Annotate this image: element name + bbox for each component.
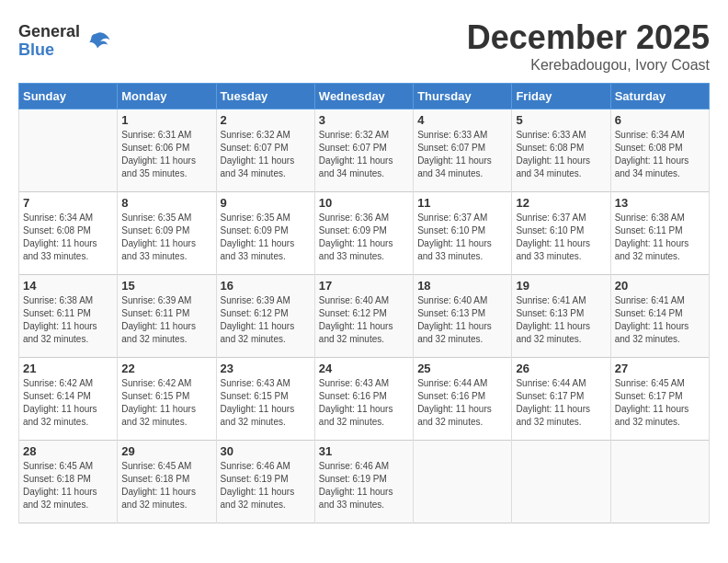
header-saturday: Saturday xyxy=(610,84,709,109)
calendar-week-row: 14Sunrise: 6:38 AM Sunset: 6:11 PM Dayli… xyxy=(19,275,710,358)
table-row xyxy=(512,441,610,523)
table-row xyxy=(414,441,512,523)
day-number: 23 xyxy=(221,362,311,375)
header-tuesday: Tuesday xyxy=(216,84,314,109)
day-number: 9 xyxy=(221,196,311,210)
header-sunday: Sunday xyxy=(19,84,118,109)
day-info: Sunrise: 6:32 AM Sunset: 6:07 PM Dayligh… xyxy=(221,129,311,180)
day-info: Sunrise: 6:45 AM Sunset: 6:17 PM Dayligh… xyxy=(615,377,705,429)
day-number: 25 xyxy=(417,362,507,375)
day-number: 13 xyxy=(615,196,705,210)
calendar-week-row: 28Sunrise: 6:45 AM Sunset: 6:18 PM Dayli… xyxy=(19,441,710,523)
logo: General Blue xyxy=(18,23,111,60)
day-info: Sunrise: 6:39 AM Sunset: 6:12 PM Dayligh… xyxy=(221,294,311,346)
table-row: 20Sunrise: 6:41 AM Sunset: 6:14 PM Dayli… xyxy=(610,275,709,358)
day-info: Sunrise: 6:40 AM Sunset: 6:13 PM Dayligh… xyxy=(417,294,507,346)
title-section: December 2025 Kerebadougou, Ivory Coast xyxy=(467,18,710,74)
header-wednesday: Wednesday xyxy=(314,84,413,109)
month-title: December 2025 xyxy=(467,18,710,57)
table-row: 3Sunrise: 6:32 AM Sunset: 6:07 PM Daylig… xyxy=(314,109,413,192)
location-text: Kerebadougou, Ivory Coast xyxy=(467,57,710,74)
day-info: Sunrise: 6:39 AM Sunset: 6:11 PM Dayligh… xyxy=(121,294,211,346)
table-row: 15Sunrise: 6:39 AM Sunset: 6:11 PM Dayli… xyxy=(118,275,216,358)
day-number: 1 xyxy=(121,113,211,127)
day-number: 4 xyxy=(417,113,507,127)
day-info: Sunrise: 6:44 AM Sunset: 6:16 PM Dayligh… xyxy=(417,377,507,429)
day-info: Sunrise: 6:33 AM Sunset: 6:08 PM Dayligh… xyxy=(516,129,606,180)
calendar-week-row: 21Sunrise: 6:42 AM Sunset: 6:14 PM Dayli… xyxy=(19,358,710,441)
table-row: 6Sunrise: 6:34 AM Sunset: 6:08 PM Daylig… xyxy=(610,109,709,192)
day-info: Sunrise: 6:34 AM Sunset: 6:08 PM Dayligh… xyxy=(23,212,113,263)
day-number: 31 xyxy=(319,444,409,458)
day-number: 28 xyxy=(23,444,113,458)
table-row: 19Sunrise: 6:41 AM Sunset: 6:13 PM Dayli… xyxy=(512,275,610,358)
day-number: 6 xyxy=(615,113,705,127)
table-row: 16Sunrise: 6:39 AM Sunset: 6:12 PM Dayli… xyxy=(216,275,314,358)
day-number: 14 xyxy=(23,279,113,293)
day-number: 8 xyxy=(121,196,211,210)
table-row: 9Sunrise: 6:35 AM Sunset: 6:09 PM Daylig… xyxy=(216,192,314,275)
day-number: 3 xyxy=(319,113,409,127)
day-number: 21 xyxy=(23,362,113,375)
day-info: Sunrise: 6:40 AM Sunset: 6:12 PM Dayligh… xyxy=(319,294,409,346)
day-number: 29 xyxy=(121,444,211,458)
calendar-header-row: Sunday Monday Tuesday Wednesday Thursday… xyxy=(19,84,710,109)
day-number: 19 xyxy=(516,279,606,293)
day-info: Sunrise: 6:35 AM Sunset: 6:09 PM Dayligh… xyxy=(221,212,311,263)
calendar-week-row: 1Sunrise: 6:31 AM Sunset: 6:06 PM Daylig… xyxy=(19,109,710,192)
day-info: Sunrise: 6:31 AM Sunset: 6:06 PM Dayligh… xyxy=(121,129,211,180)
table-row: 11Sunrise: 6:37 AM Sunset: 6:10 PM Dayli… xyxy=(414,192,512,275)
table-row: 30Sunrise: 6:46 AM Sunset: 6:19 PM Dayli… xyxy=(216,441,314,523)
day-info: Sunrise: 6:37 AM Sunset: 6:10 PM Dayligh… xyxy=(516,212,606,263)
day-info: Sunrise: 6:37 AM Sunset: 6:10 PM Dayligh… xyxy=(417,212,507,263)
day-number: 15 xyxy=(121,279,211,293)
day-info: Sunrise: 6:42 AM Sunset: 6:15 PM Dayligh… xyxy=(121,377,211,429)
table-row: 24Sunrise: 6:43 AM Sunset: 6:16 PM Dayli… xyxy=(314,358,413,441)
table-row: 14Sunrise: 6:38 AM Sunset: 6:11 PM Dayli… xyxy=(19,275,118,358)
table-row: 17Sunrise: 6:40 AM Sunset: 6:12 PM Dayli… xyxy=(314,275,413,358)
day-number: 5 xyxy=(516,113,606,127)
day-number: 7 xyxy=(23,196,113,210)
day-info: Sunrise: 6:44 AM Sunset: 6:17 PM Dayligh… xyxy=(516,377,606,429)
header-friday: Friday xyxy=(512,84,610,109)
day-info: Sunrise: 6:38 AM Sunset: 6:11 PM Dayligh… xyxy=(615,212,705,263)
day-info: Sunrise: 6:46 AM Sunset: 6:19 PM Dayligh… xyxy=(319,460,409,511)
day-info: Sunrise: 6:45 AM Sunset: 6:18 PM Dayligh… xyxy=(23,460,113,511)
day-info: Sunrise: 6:32 AM Sunset: 6:07 PM Dayligh… xyxy=(319,129,409,180)
table-row: 13Sunrise: 6:38 AM Sunset: 6:11 PM Dayli… xyxy=(610,192,709,275)
logo-bird-icon xyxy=(84,28,111,55)
table-row: 7Sunrise: 6:34 AM Sunset: 6:08 PM Daylig… xyxy=(19,192,118,275)
day-number: 24 xyxy=(319,362,409,375)
day-number: 17 xyxy=(319,279,409,293)
logo-blue-text: Blue xyxy=(18,41,80,60)
table-row: 4Sunrise: 6:33 AM Sunset: 6:07 PM Daylig… xyxy=(414,109,512,192)
header-monday: Monday xyxy=(118,84,216,109)
day-info: Sunrise: 6:45 AM Sunset: 6:18 PM Dayligh… xyxy=(121,460,211,511)
header-thursday: Thursday xyxy=(414,84,512,109)
table-row: 23Sunrise: 6:43 AM Sunset: 6:15 PM Dayli… xyxy=(216,358,314,441)
table-row: 28Sunrise: 6:45 AM Sunset: 6:18 PM Dayli… xyxy=(19,441,118,523)
table-row: 25Sunrise: 6:44 AM Sunset: 6:16 PM Dayli… xyxy=(414,358,512,441)
calendar-week-row: 7Sunrise: 6:34 AM Sunset: 6:08 PM Daylig… xyxy=(19,192,710,275)
day-number: 18 xyxy=(417,279,507,293)
day-number: 27 xyxy=(615,362,705,375)
day-info: Sunrise: 6:43 AM Sunset: 6:16 PM Dayligh… xyxy=(319,377,409,429)
table-row: 27Sunrise: 6:45 AM Sunset: 6:17 PM Dayli… xyxy=(610,358,709,441)
day-info: Sunrise: 6:46 AM Sunset: 6:19 PM Dayligh… xyxy=(221,460,311,511)
table-row: 1Sunrise: 6:31 AM Sunset: 6:06 PM Daylig… xyxy=(118,109,216,192)
day-number: 30 xyxy=(221,444,311,458)
table-row: 29Sunrise: 6:45 AM Sunset: 6:18 PM Dayli… xyxy=(118,441,216,523)
day-info: Sunrise: 6:42 AM Sunset: 6:14 PM Dayligh… xyxy=(23,377,113,429)
page-header: General Blue December 2025 Kerebadougou,… xyxy=(18,18,710,74)
table-row: 22Sunrise: 6:42 AM Sunset: 6:15 PM Dayli… xyxy=(118,358,216,441)
day-number: 12 xyxy=(516,196,606,210)
day-info: Sunrise: 6:35 AM Sunset: 6:09 PM Dayligh… xyxy=(121,212,211,263)
table-row: 5Sunrise: 6:33 AM Sunset: 6:08 PM Daylig… xyxy=(512,109,610,192)
logo-general-text: General xyxy=(18,23,80,41)
table-row xyxy=(610,441,709,523)
day-info: Sunrise: 6:33 AM Sunset: 6:07 PM Dayligh… xyxy=(417,129,507,180)
table-row: 21Sunrise: 6:42 AM Sunset: 6:14 PM Dayli… xyxy=(19,358,118,441)
calendar-table: Sunday Monday Tuesday Wednesday Thursday… xyxy=(18,83,710,523)
day-info: Sunrise: 6:38 AM Sunset: 6:11 PM Dayligh… xyxy=(23,294,113,346)
day-info: Sunrise: 6:36 AM Sunset: 6:09 PM Dayligh… xyxy=(319,212,409,263)
